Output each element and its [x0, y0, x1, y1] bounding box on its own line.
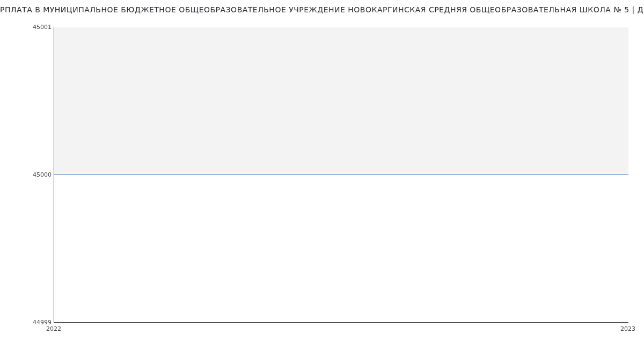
- plot-area: [54, 27, 628, 323]
- x-tick-label: 2023: [620, 325, 635, 332]
- y-tick-label: 45000: [33, 171, 52, 178]
- grid-shaded-region: [54, 27, 628, 174]
- chart-canvas: РПЛАТА В МУНИЦИПАЛЬНОЕ БЮДЖЕТНОЕ ОБЩЕОБР…: [0, 0, 644, 349]
- x-tick-label: 2022: [46, 325, 61, 332]
- chart-title: РПЛАТА В МУНИЦИПАЛЬНОЕ БЮДЖЕТНОЕ ОБЩЕОБР…: [0, 5, 644, 14]
- y-tick-label: 45001: [33, 24, 52, 31]
- grid-line-top: [54, 27, 628, 27]
- y-tick-label: 44999: [33, 319, 52, 326]
- series-line: [54, 174, 628, 175]
